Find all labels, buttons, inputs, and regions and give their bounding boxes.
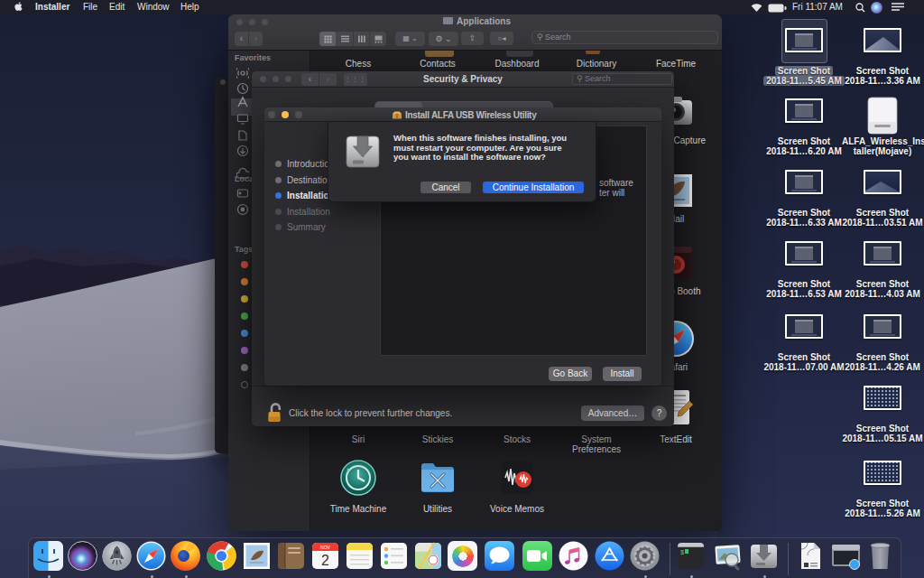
svg-text:2: 2 xyxy=(321,553,329,568)
svg-text:NOV: NOV xyxy=(320,545,331,550)
svg-text:$: $ xyxy=(680,549,684,556)
